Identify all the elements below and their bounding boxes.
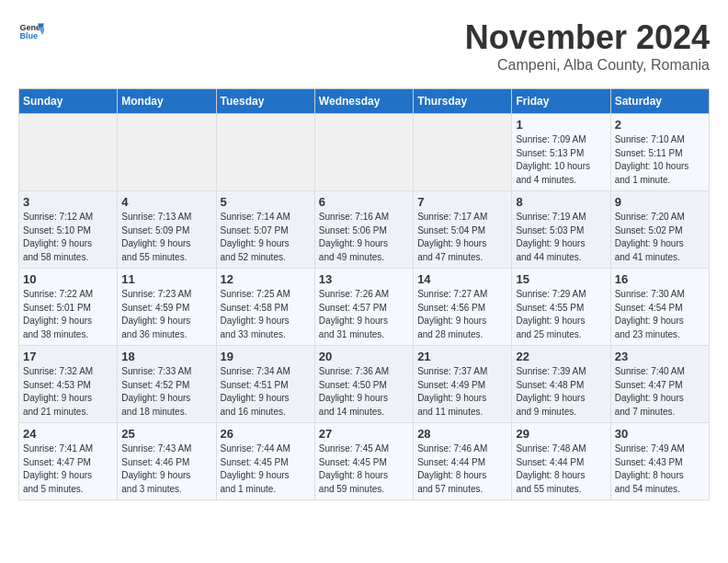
day-number: 7 (417, 195, 507, 209)
calendar-week-row: 17Sunrise: 7:32 AM Sunset: 4:53 PM Dayli… (19, 346, 710, 423)
calendar-cell: 27Sunrise: 7:45 AM Sunset: 4:45 PM Dayli… (314, 423, 413, 500)
calendar-cell: 15Sunrise: 7:29 AM Sunset: 4:55 PM Dayli… (512, 269, 610, 346)
day-number: 11 (121, 272, 211, 286)
calendar-week-row: 10Sunrise: 7:22 AM Sunset: 5:01 PM Dayli… (19, 269, 710, 346)
page-header: General Blue November 2024 Campeni, Alba… (18, 18, 710, 74)
day-number: 3 (23, 195, 113, 209)
day-number: 9 (615, 195, 705, 209)
calendar-cell: 5Sunrise: 7:14 AM Sunset: 5:07 PM Daylig… (216, 191, 314, 269)
day-number: 14 (417, 272, 507, 286)
calendar-cell: 3Sunrise: 7:12 AM Sunset: 5:10 PM Daylig… (19, 191, 118, 269)
calendar-cell: 18Sunrise: 7:33 AM Sunset: 4:52 PM Dayli… (118, 346, 216, 423)
calendar-cell: 20Sunrise: 7:36 AM Sunset: 4:50 PM Dayli… (314, 346, 413, 423)
calendar-cell (314, 114, 413, 191)
day-number: 2 (615, 118, 705, 132)
day-number: 10 (23, 272, 113, 286)
calendar-week-row: 3Sunrise: 7:12 AM Sunset: 5:10 PM Daylig… (19, 191, 710, 269)
day-number: 23 (615, 350, 705, 363)
day-number: 17 (23, 350, 113, 363)
weekday-header-tuesday: Tuesday (216, 89, 314, 114)
weekday-header-wednesday: Wednesday (314, 89, 413, 114)
calendar-cell (118, 114, 216, 191)
day-info: Sunrise: 7:32 AM Sunset: 4:53 PM Dayligh… (23, 365, 113, 419)
calendar-cell: 25Sunrise: 7:43 AM Sunset: 4:46 PM Dayli… (118, 423, 216, 500)
day-number: 19 (221, 350, 311, 363)
calendar-cell: 26Sunrise: 7:44 AM Sunset: 4:45 PM Dayli… (216, 423, 314, 500)
calendar-cell: 14Sunrise: 7:27 AM Sunset: 4:56 PM Dayli… (414, 269, 512, 346)
day-number: 16 (615, 272, 705, 286)
calendar-cell: 23Sunrise: 7:40 AM Sunset: 4:47 PM Dayli… (610, 346, 709, 423)
location-subtitle: Campeni, Alba County, Romania (465, 57, 710, 74)
day-number: 28 (417, 427, 507, 441)
calendar-cell: 2Sunrise: 7:10 AM Sunset: 5:11 PM Daylig… (610, 114, 709, 191)
title-section: November 2024 Campeni, Alba County, Roma… (465, 18, 710, 74)
day-number: 15 (516, 272, 606, 286)
day-number: 27 (319, 427, 409, 441)
day-info: Sunrise: 7:49 AM Sunset: 4:43 PM Dayligh… (615, 442, 705, 496)
calendar-cell: 1Sunrise: 7:09 AM Sunset: 5:13 PM Daylig… (512, 114, 610, 191)
day-info: Sunrise: 7:26 AM Sunset: 4:57 PM Dayligh… (319, 288, 409, 341)
day-info: Sunrise: 7:44 AM Sunset: 4:45 PM Dayligh… (221, 442, 311, 496)
day-info: Sunrise: 7:46 AM Sunset: 4:44 PM Dayligh… (417, 442, 507, 496)
day-number: 26 (221, 427, 311, 441)
day-number: 13 (319, 272, 409, 286)
logo: General Blue (18, 18, 44, 44)
day-info: Sunrise: 7:12 AM Sunset: 5:10 PM Dayligh… (23, 211, 113, 264)
day-number: 6 (319, 195, 409, 209)
weekday-header-thursday: Thursday (414, 89, 512, 114)
day-info: Sunrise: 7:40 AM Sunset: 4:47 PM Dayligh… (615, 365, 705, 419)
day-number: 1 (516, 118, 606, 132)
day-info: Sunrise: 7:36 AM Sunset: 4:50 PM Dayligh… (319, 365, 409, 419)
calendar-cell: 9Sunrise: 7:20 AM Sunset: 5:02 PM Daylig… (610, 191, 709, 269)
day-info: Sunrise: 7:22 AM Sunset: 5:01 PM Dayligh… (23, 288, 113, 341)
day-info: Sunrise: 7:39 AM Sunset: 4:48 PM Dayligh… (516, 365, 606, 419)
day-number: 22 (516, 350, 606, 363)
day-info: Sunrise: 7:13 AM Sunset: 5:09 PM Dayligh… (121, 211, 211, 264)
calendar-cell: 29Sunrise: 7:48 AM Sunset: 4:44 PM Dayli… (512, 423, 610, 500)
month-title: November 2024 (465, 18, 710, 57)
weekday-header-row: SundayMondayTuesdayWednesdayThursdayFrid… (19, 89, 710, 114)
svg-text:Blue: Blue (19, 31, 38, 40)
day-number: 24 (23, 427, 113, 441)
calendar-cell: 11Sunrise: 7:23 AM Sunset: 4:59 PM Dayli… (118, 269, 216, 346)
day-info: Sunrise: 7:10 AM Sunset: 5:11 PM Dayligh… (615, 133, 705, 187)
calendar-cell (19, 114, 118, 191)
day-number: 8 (516, 195, 606, 209)
day-info: Sunrise: 7:37 AM Sunset: 4:49 PM Dayligh… (417, 365, 507, 419)
day-info: Sunrise: 7:48 AM Sunset: 4:44 PM Dayligh… (516, 442, 606, 496)
calendar-cell: 10Sunrise: 7:22 AM Sunset: 5:01 PM Dayli… (19, 269, 118, 346)
calendar-cell: 4Sunrise: 7:13 AM Sunset: 5:09 PM Daylig… (118, 191, 216, 269)
calendar-cell (414, 114, 512, 191)
weekday-header-sunday: Sunday (19, 89, 118, 114)
day-number: 5 (221, 195, 311, 209)
day-info: Sunrise: 7:20 AM Sunset: 5:02 PM Dayligh… (615, 211, 705, 264)
calendar-cell: 19Sunrise: 7:34 AM Sunset: 4:51 PM Dayli… (216, 346, 314, 423)
day-number: 29 (516, 427, 606, 441)
calendar-table: SundayMondayTuesdayWednesdayThursdayFrid… (18, 88, 710, 500)
day-info: Sunrise: 7:45 AM Sunset: 4:45 PM Dayligh… (319, 442, 409, 496)
day-info: Sunrise: 7:43 AM Sunset: 4:46 PM Dayligh… (121, 442, 211, 496)
day-number: 18 (121, 350, 211, 363)
calendar-cell: 21Sunrise: 7:37 AM Sunset: 4:49 PM Dayli… (414, 346, 512, 423)
calendar-cell: 22Sunrise: 7:39 AM Sunset: 4:48 PM Dayli… (512, 346, 610, 423)
day-info: Sunrise: 7:19 AM Sunset: 5:03 PM Dayligh… (516, 211, 606, 264)
day-info: Sunrise: 7:33 AM Sunset: 4:52 PM Dayligh… (121, 365, 211, 419)
calendar-cell: 8Sunrise: 7:19 AM Sunset: 5:03 PM Daylig… (512, 191, 610, 269)
day-number: 12 (221, 272, 311, 286)
day-info: Sunrise: 7:16 AM Sunset: 5:06 PM Dayligh… (319, 211, 409, 264)
day-number: 21 (417, 350, 507, 363)
calendar-cell (216, 114, 314, 191)
calendar-cell: 7Sunrise: 7:17 AM Sunset: 5:04 PM Daylig… (414, 191, 512, 269)
day-info: Sunrise: 7:14 AM Sunset: 5:07 PM Dayligh… (221, 211, 311, 264)
day-info: Sunrise: 7:41 AM Sunset: 4:47 PM Dayligh… (23, 442, 113, 496)
calendar-cell: 30Sunrise: 7:49 AM Sunset: 4:43 PM Dayli… (610, 423, 709, 500)
weekday-header-monday: Monday (118, 89, 216, 114)
day-number: 30 (615, 427, 705, 441)
calendar-week-row: 1Sunrise: 7:09 AM Sunset: 5:13 PM Daylig… (19, 114, 710, 191)
day-info: Sunrise: 7:29 AM Sunset: 4:55 PM Dayligh… (516, 288, 606, 341)
calendar-cell: 28Sunrise: 7:46 AM Sunset: 4:44 PM Dayli… (414, 423, 512, 500)
weekday-header-friday: Friday (512, 89, 610, 114)
day-info: Sunrise: 7:17 AM Sunset: 5:04 PM Dayligh… (417, 211, 507, 264)
day-number: 4 (121, 195, 211, 209)
day-info: Sunrise: 7:34 AM Sunset: 4:51 PM Dayligh… (221, 365, 311, 419)
